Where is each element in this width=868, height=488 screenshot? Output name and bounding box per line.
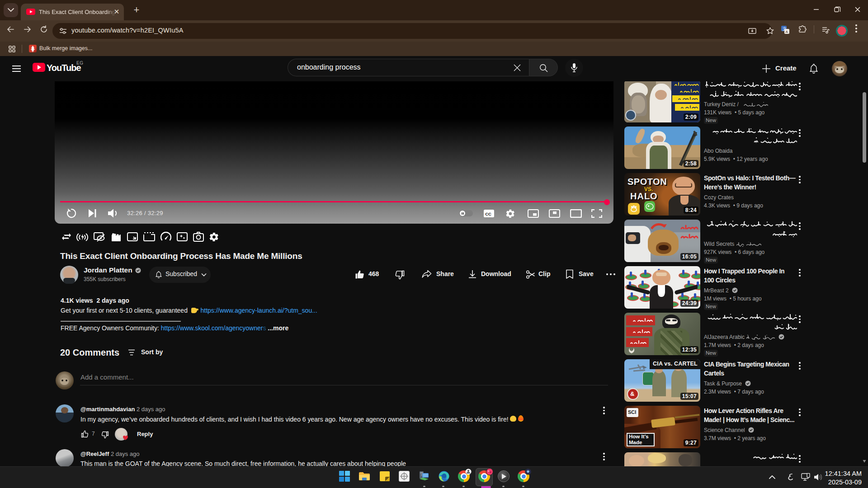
svg-text:CC: CC [485, 211, 491, 216]
svg-text:A: A [786, 30, 788, 34]
